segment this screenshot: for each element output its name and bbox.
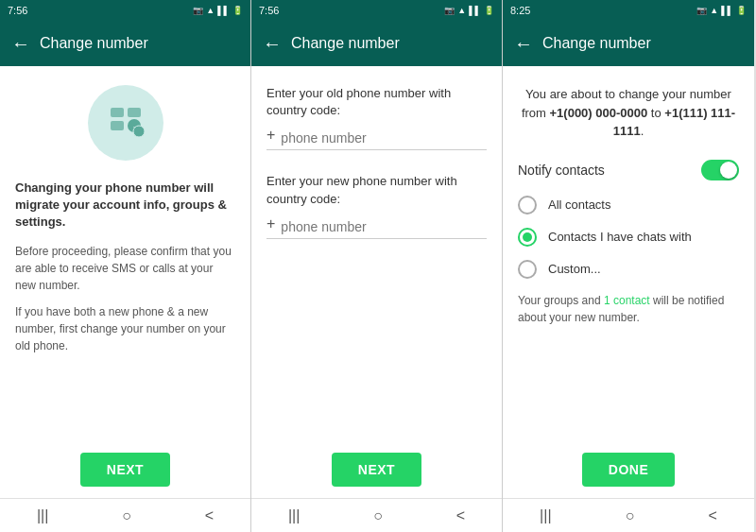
contact-link[interactable]: 1 contact: [604, 294, 650, 307]
radio-outer-all: [518, 196, 537, 215]
nav-home-1[interactable]: ○: [122, 507, 131, 524]
status-time-1: 7:56: [8, 5, 27, 16]
nav-back-2[interactable]: <: [456, 507, 465, 524]
back-button-2[interactable]: ←: [263, 33, 282, 55]
wifi-icon-2: ▲: [457, 6, 466, 15]
old-number-label: Enter your old phone number with country…: [266, 85, 487, 119]
nav-bar-1: ||| ○ <: [0, 498, 250, 532]
radio-custom[interactable]: Custom...: [518, 260, 739, 279]
nav-back-1[interactable]: <: [205, 507, 214, 524]
content-2: Enter your old phone number with country…: [251, 66, 502, 443]
radio-label-chats: Contacts I have chats with: [548, 230, 692, 244]
wifi-icon-3: ▲: [710, 6, 718, 15]
status-time-2: 7:56: [259, 5, 279, 16]
wifi-icon: ▲: [206, 6, 215, 15]
signal-icon-3: ▌▌: [721, 6, 733, 15]
new-phone-input-row: +: [266, 215, 487, 239]
bottom-area-2: NEXT: [251, 443, 502, 498]
top-bar-3: ← Change number: [503, 21, 754, 66]
nav-bar-3: ||| ○ <: [503, 498, 754, 532]
content-1: → Changing your phone number will migrat…: [0, 66, 250, 443]
status-icons-3: 📷 ▲ ▌▌ 🔋: [696, 6, 747, 15]
sub-text-1b: If you have both a new phone & a new num…: [15, 303, 235, 354]
plus-sign-new: +: [266, 215, 275, 234]
bottom-area-3: DONE: [503, 443, 754, 498]
photo-icon-2: 📷: [444, 6, 455, 15]
nav-menu-2[interactable]: |||: [288, 507, 300, 524]
svg-rect-0: [111, 108, 124, 117]
plus-sign-old: +: [266, 127, 275, 146]
svg-rect-1: [128, 108, 141, 117]
phone-icon-circle: →: [88, 85, 163, 161]
nav-menu-1[interactable]: |||: [37, 507, 48, 524]
nav-bar-2: ||| ○ <: [251, 498, 502, 532]
top-bar-1: ← Change number: [0, 21, 250, 66]
next-button-1[interactable]: NEXT: [80, 453, 170, 487]
top-bar-title-3: Change number: [542, 35, 651, 52]
radio-chats-with[interactable]: Contacts I have chats with: [518, 228, 739, 247]
svg-rect-2: [111, 121, 124, 130]
status-bar-2: 7:56 📷 ▲ ▌▌ 🔋: [251, 0, 502, 21]
status-icons-1: 📷 ▲ ▌▌ 🔋: [193, 6, 243, 15]
panel-2: 7:56 📷 ▲ ▌▌ 🔋 ← Change number Enter your…: [251, 0, 503, 532]
top-bar-title-2: Change number: [291, 35, 400, 52]
radio-outer-custom: [518, 260, 537, 279]
back-button-1[interactable]: ←: [11, 33, 30, 55]
radio-label-all: All contacts: [548, 197, 610, 212]
photo-icon-3: 📷: [696, 6, 707, 15]
notify-label: Notify contacts: [518, 163, 605, 178]
status-bar-1: 7:56 📷 ▲ ▌▌ 🔋: [0, 0, 250, 21]
phone-number-icon: →: [103, 100, 148, 146]
radio-inner-chats: [523, 232, 532, 242]
change-info-suffix: .: [641, 124, 644, 138]
notify-toggle[interactable]: [701, 160, 739, 180]
radio-all-contacts[interactable]: All contacts: [518, 196, 739, 215]
main-heading-1: Changing your phone number will migrate …: [15, 180, 235, 232]
panel-3: 8:25 📷 ▲ ▌▌ 🔋 ← Change number You are ab…: [503, 0, 754, 532]
bottom-area-1: NEXT: [0, 443, 250, 498]
status-icons-2: 📷 ▲ ▌▌ 🔋: [444, 6, 494, 15]
battery-icon-3: 🔋: [736, 6, 747, 15]
radio-outer-chats: [518, 228, 537, 247]
top-bar-title-1: Change number: [40, 35, 148, 52]
content-3: You are about to change your number from…: [503, 66, 754, 443]
signal-icon: ▌▌: [217, 6, 230, 15]
back-button-3[interactable]: ←: [514, 33, 533, 55]
change-info-text: You are about to change your number from…: [518, 85, 739, 141]
change-info-middle: to: [647, 106, 664, 120]
top-bar-2: ← Change number: [251, 21, 502, 66]
done-button[interactable]: DONE: [582, 453, 675, 487]
groups-note-prefix: Your groups and: [518, 294, 604, 307]
nav-back-3[interactable]: <: [709, 507, 717, 524]
groups-note: Your groups and 1 contact will be notifi…: [518, 292, 739, 326]
svg-point-5: [133, 126, 145, 137]
new-phone-input[interactable]: [281, 219, 487, 234]
nav-menu-3[interactable]: |||: [540, 507, 551, 524]
photo-icon: 📷: [193, 6, 203, 15]
battery-icon-2: 🔋: [484, 6, 494, 15]
notify-contacts-row: Notify contacts: [518, 160, 739, 180]
radio-label-custom: Custom...: [548, 262, 601, 276]
toggle-knob: [720, 162, 737, 179]
old-phone-input-row: +: [266, 127, 487, 150]
panel-1: 7:56 📷 ▲ ▌▌ 🔋 ← Change number → Changing…: [0, 0, 251, 532]
status-time-3: 8:25: [510, 5, 530, 16]
signal-icon-2: ▌▌: [469, 6, 481, 15]
battery-icon: 🔋: [232, 6, 243, 15]
nav-home-2[interactable]: ○: [373, 507, 383, 524]
nav-home-3[interactable]: ○: [626, 507, 635, 524]
next-button-2[interactable]: NEXT: [332, 453, 421, 487]
status-bar-3: 8:25 📷 ▲ ▌▌ 🔋: [503, 0, 754, 21]
old-number-display: +1(000) 000-0000: [550, 106, 648, 120]
new-number-label: Enter your new phone number with country…: [266, 173, 487, 207]
old-phone-input[interactable]: [281, 130, 487, 146]
sub-text-1a: Before proceeding, please confirm that y…: [15, 243, 235, 294]
